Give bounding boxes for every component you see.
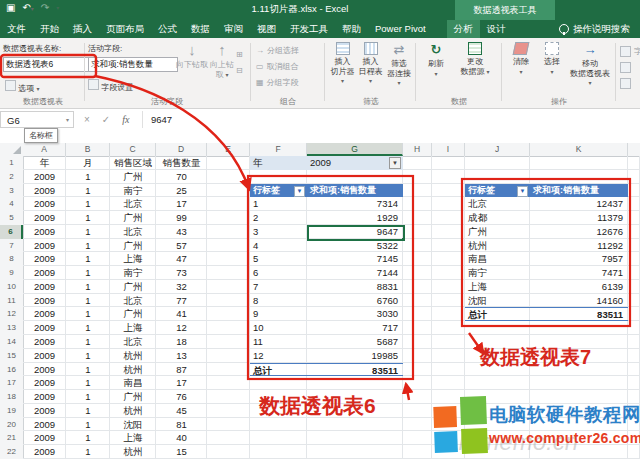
row-header-14[interactable]: 14 xyxy=(0,335,23,349)
row-header-20[interactable]: 20 xyxy=(0,418,23,432)
data-cell[interactable]: 1 xyxy=(66,431,110,445)
data-cell[interactable]: 北京 xyxy=(110,197,156,211)
drill-up-button[interactable]: ↑ 向上钻取 ▾ xyxy=(208,41,236,79)
row-header-4[interactable]: 4 xyxy=(0,197,23,211)
data-cell[interactable]: 77 xyxy=(156,294,207,308)
tab-设计[interactable]: 设计 xyxy=(480,20,513,38)
data-cell[interactable]: 43 xyxy=(156,225,207,239)
row-header-16[interactable]: 16 xyxy=(0,363,23,377)
row-header-15[interactable]: 15 xyxy=(0,349,23,363)
data-cell[interactable]: 1 xyxy=(66,184,110,198)
pivot6-filter-field[interactable]: 年 xyxy=(250,156,307,170)
data-cell[interactable]: 2009 xyxy=(23,184,66,198)
column-header-A[interactable]: A xyxy=(23,143,66,156)
data-cell[interactable]: 76 xyxy=(156,390,207,404)
row-header-9[interactable]: 9 xyxy=(0,266,23,280)
data-cell[interactable]: 47 xyxy=(156,252,207,266)
row-header-3[interactable]: 3 xyxy=(0,184,23,198)
data-cell[interactable]: 2009 xyxy=(23,431,66,445)
data-cell[interactable]: 1 xyxy=(66,294,110,308)
data-cell[interactable]: 1 xyxy=(66,197,110,211)
pivot7-value[interactable]: 7957 xyxy=(530,252,628,266)
data-cell[interactable]: 2009 xyxy=(23,266,66,280)
pivot6-row-label[interactable]: 3 xyxy=(250,225,307,239)
data-cell[interactable]: 2009 xyxy=(23,404,66,418)
pivot7-row-label[interactable]: 南宁 xyxy=(465,266,530,280)
pivot7-row-label[interactable]: 杭州 xyxy=(465,239,530,253)
pivot6-row-label[interactable]: 10 xyxy=(250,321,307,335)
data-cell[interactable]: 15 xyxy=(156,445,207,459)
pivot6-value[interactable]: 5687 xyxy=(307,335,403,349)
data-cell[interactable]: 2009 xyxy=(23,445,66,459)
actions-button-移动数据透视表[interactable]: →移动数据透视表 ▾ xyxy=(568,41,612,88)
pivot7-row-label[interactable]: 沈阳 xyxy=(465,294,530,308)
row-header-8[interactable]: 8 xyxy=(0,252,23,266)
field-list-icon[interactable]: 字 xyxy=(620,46,640,57)
enter-icon[interactable]: ✓ xyxy=(102,111,110,128)
column-header-F[interactable]: F xyxy=(250,143,307,156)
column-header-B[interactable]: B xyxy=(66,143,110,156)
row-header-1[interactable]: 1 xyxy=(0,156,23,170)
data-cell[interactable]: 1 xyxy=(66,252,110,266)
pivot7-row-header[interactable]: 行标签▼ xyxy=(465,184,530,198)
data-cell[interactable]: 2009 xyxy=(23,307,66,321)
data-cell[interactable]: 2009 xyxy=(23,349,66,363)
insert-function-icon[interactable]: fx xyxy=(122,111,129,128)
pivot6-value[interactable]: 3030 xyxy=(307,307,403,321)
header-cell[interactable]: 年 xyxy=(23,156,66,170)
data-button-刷新[interactable]: ↻刷新▾ xyxy=(421,41,451,78)
pivot7-row-label[interactable]: 广州 xyxy=(465,225,530,239)
data-cell[interactable]: 杭州 xyxy=(110,363,156,377)
data-cell[interactable]: 1 xyxy=(66,445,110,459)
row-header-12[interactable]: 12 xyxy=(0,307,23,321)
row-header-10[interactable]: 10 xyxy=(0,280,23,294)
pivot6-row-label[interactable]: 2 xyxy=(250,211,307,225)
pivot7-row-label[interactable]: 南昌 xyxy=(465,252,530,266)
tab-开始[interactable]: 开始 xyxy=(33,20,66,38)
data-cell[interactable]: 13 xyxy=(156,349,207,363)
qat-customize-icon[interactable]: ▾ xyxy=(56,4,59,11)
pivot7-row-label[interactable]: 北京 xyxy=(465,197,530,211)
data-cell[interactable]: 杭州 xyxy=(110,349,156,363)
name-box[interactable]: G6▾ xyxy=(0,111,74,128)
tab-开发工具[interactable]: 开发工具 xyxy=(283,20,335,38)
data-cell[interactable]: 1 xyxy=(66,363,110,377)
row-header-5[interactable]: 5 xyxy=(0,211,23,225)
row-header-18[interactable]: 18 xyxy=(0,390,23,404)
chevron-down-icon[interactable]: ▼ xyxy=(294,186,305,197)
column-header-C[interactable]: C xyxy=(110,143,156,156)
header-cell[interactable]: 月 xyxy=(66,156,110,170)
data-cell[interactable]: 1 xyxy=(66,211,110,225)
data-cell[interactable]: 上海 xyxy=(110,321,156,335)
data-cell[interactable]: 1 xyxy=(66,335,110,349)
data-cell[interactable]: 1 xyxy=(66,390,110,404)
data-cell[interactable]: 2009 xyxy=(23,321,66,335)
pivot6-row-label[interactable]: 5 xyxy=(250,252,307,266)
column-header-K[interactable]: K xyxy=(530,143,628,156)
pivot-name-input[interactable]: 数据透视表6 xyxy=(3,57,89,72)
row-header-2[interactable]: 2 xyxy=(0,170,23,184)
pivot6-row-label[interactable]: 9 xyxy=(250,307,307,321)
tab-公式[interactable]: 公式 xyxy=(151,20,184,38)
column-header-I[interactable]: I xyxy=(432,143,465,156)
data-cell[interactable]: 2009 xyxy=(23,376,66,390)
data-cell[interactable]: 70 xyxy=(156,170,207,184)
expand-field-icon[interactable]: ⊞ xyxy=(236,50,243,59)
actions-button-选择[interactable]: 选择▾ xyxy=(537,41,567,76)
combine-item-取消组合[interactable]: ▭ 取消组合 xyxy=(256,61,299,72)
tab-页面布局[interactable]: 页面布局 xyxy=(99,20,151,38)
pivot7-value[interactable]: 12437 xyxy=(530,197,628,211)
redo-icon[interactable]: ↷ xyxy=(41,2,49,13)
data-cell[interactable]: 81 xyxy=(156,418,207,432)
pivot6-value[interactable]: 7314 xyxy=(307,197,403,211)
pivot6-value[interactable]: 5322 xyxy=(307,239,403,253)
tab-审阅[interactable]: 审阅 xyxy=(217,20,250,38)
row-header-13[interactable]: 13 xyxy=(0,321,23,335)
data-cell[interactable]: 2009 xyxy=(23,252,66,266)
data-cell[interactable]: 北京 xyxy=(110,335,156,349)
data-cell[interactable]: 广州 xyxy=(110,239,156,253)
chevron-down-icon[interactable]: ▼ xyxy=(517,186,528,197)
pivot6-row-label[interactable]: 12 xyxy=(250,349,307,363)
data-cell[interactable]: 73 xyxy=(156,266,207,280)
pivot7-value[interactable]: 6139 xyxy=(530,280,628,294)
